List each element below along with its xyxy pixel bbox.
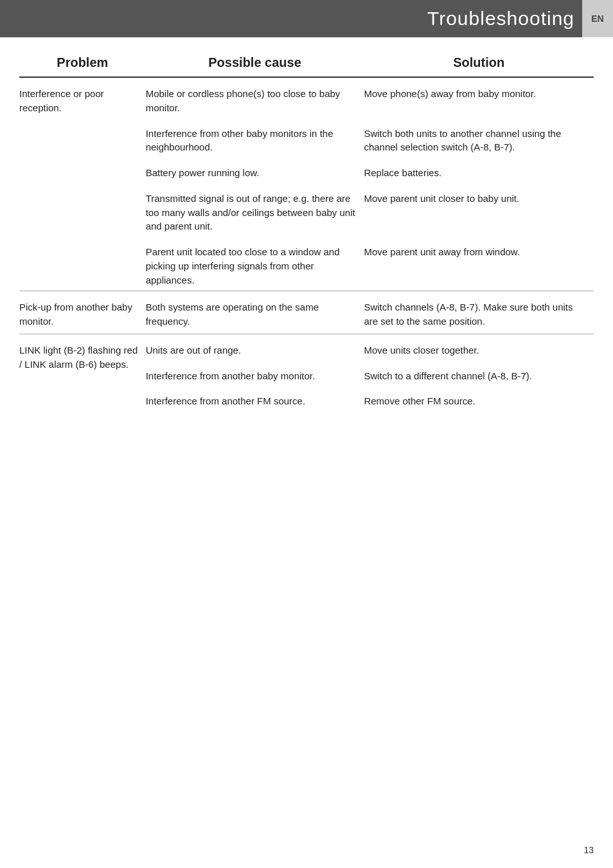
lang-badge: EN [582, 0, 613, 37]
solution-cell: Move phone(s) away from baby monitor. [364, 77, 594, 119]
col-header-problem: Problem [19, 50, 146, 77]
problem-cell: Interference or poorreception. [19, 77, 146, 291]
problem-cell: LINK light (B-2) flashing red / LINK ala… [19, 334, 146, 412]
solution-cell: Move parent unit away from window. [364, 237, 594, 291]
cause-cell: Interference from other baby monitors in… [146, 119, 364, 159]
troubleshooting-table: Problem Possible cause Solution Interfer… [19, 50, 594, 412]
solution-cell: Switch channels (A-8, B-7). Make sure bo… [364, 291, 594, 334]
cause-cell: Mobile or cordless phone(s) too close to… [146, 77, 364, 119]
table-row: LINK light (B-2) flashing red / LINK ala… [19, 334, 594, 361]
cause-cell: Transmitted signal is out of range; e.g.… [146, 184, 364, 237]
col-header-solution: Solution [364, 50, 594, 77]
cause-cell: Units are out of range. [146, 334, 364, 361]
table-row: Pick-up from another baby monitor.Both s… [19, 291, 594, 334]
page-number: 13 [583, 845, 594, 855]
main-content: Problem Possible cause Solution Interfer… [0, 37, 613, 431]
cause-cell: Interference from another FM source. [146, 386, 364, 412]
table-row: Interference or poorreception.Mobile or … [19, 77, 594, 119]
cause-cell: Both systems are operating on the same f… [146, 291, 364, 334]
solution-cell: Move units closer together. [364, 334, 594, 361]
solution-cell: Replace batteries. [364, 158, 594, 184]
col-header-cause: Possible cause [146, 50, 364, 77]
solution-cell: Switch both units to another channel usi… [364, 119, 594, 159]
cause-cell: Parent unit located too close to a windo… [146, 237, 364, 291]
problem-cell: Pick-up from another baby monitor. [19, 291, 146, 334]
cause-cell: Interference from another baby monitor. [146, 361, 364, 387]
cause-cell: Battery power running low. [146, 158, 364, 184]
solution-cell: Remove other FM source. [364, 386, 594, 412]
solution-cell: Switch to a different channel (A-8, B-7)… [364, 361, 594, 387]
header-bar: Troubleshooting EN [0, 0, 613, 37]
table-header-row: Problem Possible cause Solution [19, 50, 594, 77]
solution-cell: Move parent unit closer to baby unit. [364, 184, 594, 237]
